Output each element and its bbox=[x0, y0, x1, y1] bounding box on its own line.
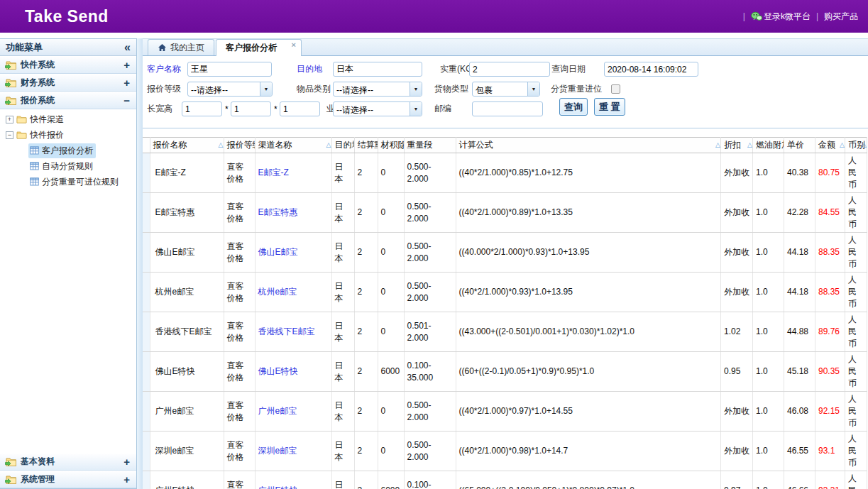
tab-label: 客户报价分析 bbox=[226, 42, 277, 54]
reset-button[interactable]: 重 置 bbox=[594, 98, 625, 116]
quote-grade-select[interactable]: --请选择--▼ bbox=[187, 82, 273, 97]
sidebar-group[interactable]: 基本资料+ bbox=[0, 453, 136, 471]
cell-fuel: 1.0 bbox=[753, 352, 784, 392]
sidebar-spacer bbox=[0, 189, 136, 453]
expand-toggle-icon[interactable]: + bbox=[123, 476, 130, 484]
sidebar-group-label: 系统管理 bbox=[21, 473, 55, 485]
quote-grade-label: 报价等级 bbox=[147, 83, 181, 95]
item-category-select[interactable]: --请选择--▼ bbox=[333, 82, 422, 97]
cell-amount: 93.31 bbox=[815, 471, 845, 489]
column-header-amount[interactable]: 金额△ bbox=[815, 138, 845, 153]
column-label: 结算重 bbox=[358, 140, 378, 150]
sidebar-group[interactable]: 财务系统+ bbox=[0, 74, 136, 92]
sidebar-tree-item[interactable]: 自动分货规则 bbox=[0, 158, 136, 174]
channel-link[interactable]: E邮宝特惠 bbox=[258, 207, 298, 217]
tree-expander-icon[interactable]: − bbox=[6, 131, 13, 139]
width-input[interactable] bbox=[231, 101, 271, 116]
channel-link[interactable]: 杭州e邮宝 bbox=[258, 287, 297, 297]
cell-vol: 0 bbox=[378, 233, 404, 273]
table-header-row: 报价名称△报价等级渠道名称△目的地结算重材积除重量段计算公式△折扣△燃油附加单价… bbox=[143, 138, 867, 153]
cell-currency: 人民币 bbox=[845, 312, 867, 352]
sidebar-tree-item[interactable]: −快件报价 bbox=[0, 127, 136, 143]
business-type-select[interactable]: --请选择--▼ bbox=[333, 101, 422, 116]
tree-leaf[interactable]: 自动分货规则 bbox=[28, 159, 96, 174]
chevron-down-icon: ▼ bbox=[527, 82, 539, 96]
sidebar-tree-item[interactable]: 分货重量可进位规则 bbox=[0, 174, 136, 189]
close-tab-icon[interactable]: × bbox=[292, 40, 296, 49]
expand-toggle-icon[interactable]: + bbox=[123, 79, 130, 87]
table-row: 佛山E特快直客价格佛山E特快日本260000.100-35.000((60+((… bbox=[143, 352, 867, 392]
cell-dest: 日本 bbox=[331, 312, 354, 352]
cell-discount: 外加收 bbox=[721, 193, 753, 233]
item-category-label: 物品类别 bbox=[297, 83, 331, 95]
zipcode-input[interactable] bbox=[472, 101, 543, 116]
sort-icon: △ bbox=[715, 141, 720, 148]
cell-sel bbox=[143, 432, 150, 471]
zipcode-label: 邮编 bbox=[434, 103, 451, 115]
column-header-currency[interactable]: 币别△ bbox=[845, 138, 867, 153]
cell-sel bbox=[143, 352, 150, 392]
cell-currency: 人民币 bbox=[845, 392, 867, 432]
cargo-type-select[interactable]: 包裹▼ bbox=[472, 82, 540, 97]
tab-home[interactable]: 我的主页 bbox=[148, 39, 214, 55]
cell-price: 44.18 bbox=[784, 233, 815, 273]
cell-vol: 0 bbox=[378, 392, 404, 432]
cell-channel: 杭州e邮宝 bbox=[255, 273, 331, 312]
channel-link[interactable]: 广州E特快 bbox=[258, 485, 298, 489]
query-date-input[interactable] bbox=[604, 62, 698, 77]
cell-discount: 0.95 bbox=[721, 352, 753, 392]
column-header-name[interactable]: 报价名称△ bbox=[150, 138, 224, 153]
cell-dest: 日本 bbox=[331, 193, 354, 233]
channel-link[interactable]: 佛山E邮宝 bbox=[258, 247, 298, 257]
channel-link[interactable]: 佛山E特快 bbox=[258, 366, 298, 376]
cell-discount: 0.97 bbox=[721, 471, 753, 489]
sidebar-group[interactable]: 系统管理+ bbox=[0, 471, 136, 488]
sidebar-tree-item[interactable]: +快件渠道 bbox=[0, 111, 136, 127]
collapse-sidebar-icon[interactable]: « bbox=[124, 43, 131, 53]
channel-link[interactable]: 深圳e邮宝 bbox=[258, 446, 297, 456]
destination-input[interactable] bbox=[333, 62, 422, 77]
customer-name-input[interactable] bbox=[187, 62, 272, 77]
cell-vol: 0 bbox=[378, 432, 404, 471]
cell-price: 45.18 bbox=[784, 352, 815, 392]
cell-name: 香港线下E邮宝 bbox=[150, 312, 224, 352]
cell-settle: 2 bbox=[354, 153, 378, 193]
column-header-discount[interactable]: 折扣△ bbox=[721, 138, 753, 153]
tree-leaf[interactable]: 客户报价分析 bbox=[28, 143, 96, 158]
channel-link[interactable]: 香港线下E邮宝 bbox=[258, 326, 315, 336]
expand-toggle-icon[interactable]: + bbox=[123, 61, 130, 70]
cell-settle: 2 bbox=[354, 312, 378, 352]
expand-toggle-icon[interactable]: + bbox=[123, 458, 130, 466]
sidebar-tree-item[interactable]: 客户报价分析 bbox=[0, 143, 136, 158]
weight-input[interactable] bbox=[469, 62, 550, 77]
cell-dest: 日本 bbox=[331, 153, 354, 193]
separator: | bbox=[743, 11, 745, 21]
tree-expander-icon[interactable]: + bbox=[6, 116, 13, 123]
sidebar-group[interactable]: 快件系统+ bbox=[0, 56, 136, 74]
tab-active[interactable]: 客户报价分析× bbox=[216, 39, 302, 56]
folder-icon bbox=[16, 131, 27, 139]
expand-toggle-icon[interactable]: − bbox=[123, 97, 130, 105]
cell-discount: 外加收 bbox=[721, 153, 753, 193]
cell-range: 0.500-2.000 bbox=[404, 193, 456, 233]
login-kwei-link[interactable]: 登录k微平台 bbox=[751, 11, 811, 23]
channel-link[interactable]: E邮宝-Z bbox=[258, 167, 289, 177]
sidebar-splitter[interactable] bbox=[137, 38, 143, 489]
cell-grade: 直客价格 bbox=[224, 432, 255, 471]
cell-grade: 直客价格 bbox=[224, 312, 255, 352]
column-header-formula[interactable]: 计算公式△ bbox=[456, 138, 721, 153]
cell-settle: 2 bbox=[354, 392, 378, 432]
cell-currency: 人民币 bbox=[845, 233, 867, 273]
channel-link[interactable]: 广州e邮宝 bbox=[258, 406, 297, 416]
app-window: Take Send | 登录k微平台 | 购买产品 功能菜单 « 快件系统+财务… bbox=[0, 0, 868, 489]
tree-leaf[interactable]: 分货重量可进位规则 bbox=[28, 175, 121, 189]
cell-fuel: 1.0 bbox=[753, 233, 784, 273]
column-header-channel[interactable]: 渠道名称△ bbox=[255, 138, 331, 153]
buy-product-link[interactable]: 购买产品 bbox=[824, 11, 858, 23]
sidebar-group[interactable]: 报价系统− bbox=[0, 92, 136, 109]
search-button[interactable]: 查询 bbox=[559, 98, 588, 116]
cell-discount: 外加收 bbox=[721, 273, 753, 312]
cell-range: 0.500-2.000 bbox=[404, 233, 456, 273]
length-input[interactable] bbox=[182, 101, 222, 116]
carry-weight-checkbox[interactable] bbox=[611, 84, 620, 94]
